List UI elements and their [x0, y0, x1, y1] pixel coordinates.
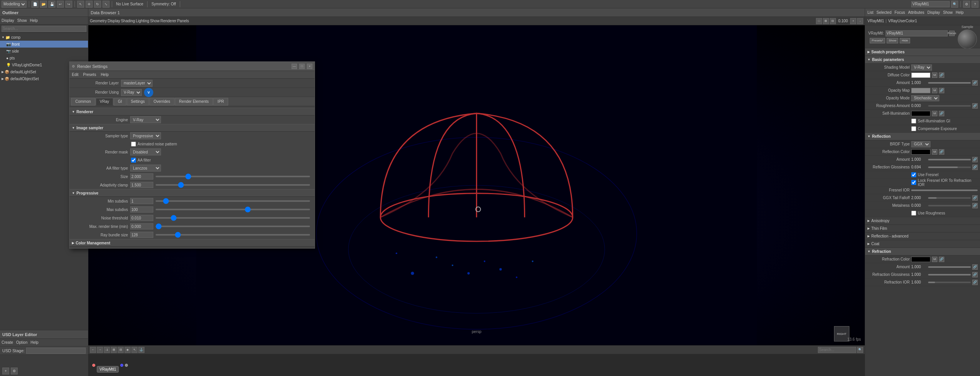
mode-selector[interactable]: Modelling	[2, 1, 27, 8]
refraction-glossiness-slider[interactable]	[928, 274, 971, 275]
refraction-color-map-btn[interactable]: M	[932, 257, 937, 262]
tab-vray[interactable]: VRay	[96, 98, 113, 106]
move-icon[interactable]: ✛	[86, 1, 93, 8]
progressive-section-header[interactable]: ▼ Progressive	[70, 189, 315, 197]
outline-item-pts[interactable]: ● pts	[0, 54, 88, 61]
compensate-exposure-check[interactable]	[911, 126, 916, 131]
reflection-amount-slider[interactable]	[928, 159, 971, 160]
undo-icon[interactable]: ↩	[57, 1, 64, 8]
dialog-minimize-btn[interactable]: —	[292, 64, 297, 69]
right-tab-focus[interactable]: Focus	[894, 10, 905, 15]
anisotropy-section[interactable]: ▶ Anisotropy	[865, 217, 980, 225]
max-render-time-input[interactable]	[130, 223, 153, 229]
engine-select[interactable]: V-Ray	[130, 116, 161, 123]
right-tab-attributes[interactable]: Attributes	[908, 10, 924, 15]
open-icon[interactable]: 📂	[40, 1, 47, 8]
reflection-glossiness-link-btn[interactable]: 🔗	[972, 165, 978, 170]
mat-focus-btn[interactable]: Focus	[949, 31, 955, 36]
save-icon[interactable]: 💾	[48, 1, 55, 8]
size-slider[interactable]	[156, 176, 310, 177]
size-input[interactable]	[130, 173, 153, 180]
right-tab-list[interactable]: List	[867, 10, 874, 15]
max-subdivs-input[interactable]	[130, 206, 153, 213]
tab-common[interactable]: Common	[71, 98, 95, 106]
usd-menu-help[interactable]: Help	[30, 340, 38, 345]
coat-section[interactable]: ▶ Coat	[865, 240, 980, 248]
max-subdivs-slider[interactable]	[156, 209, 310, 210]
render-using-select[interactable]: V-Ray	[121, 89, 142, 96]
vp-menu-geometry[interactable]: Geometry	[90, 19, 107, 23]
outline-item-front[interactable]: 📷 front	[0, 41, 88, 48]
ray-bundle-input[interactable]	[130, 232, 153, 238]
adaptivity-slider[interactable]	[156, 184, 310, 186]
opacity-map-swatch[interactable]	[911, 88, 930, 93]
vp-icon-2[interactable]: ⊞	[823, 18, 829, 24]
vp-menu-display[interactable]: Display	[108, 19, 120, 23]
use-fresnel-check[interactable]	[911, 172, 916, 177]
diffuse-amount-slider[interactable]	[928, 82, 971, 84]
reflection-color-map-btn[interactable]: M	[932, 149, 937, 155]
ray-bundle-slider[interactable]	[156, 234, 310, 236]
diffuse-color-swatch[interactable]	[911, 73, 930, 78]
ng-cursor-icon[interactable]: ↖	[131, 347, 138, 353]
sampler-type-select[interactable]: Progressive	[130, 132, 161, 139]
vp-menu-show[interactable]: Show	[150, 19, 159, 23]
self-illumination-map-btn[interactable]: M	[932, 111, 937, 116]
refraction-color-swatch[interactable]	[911, 257, 930, 262]
min-subdivs-input[interactable]	[130, 198, 153, 204]
animated-noise-check[interactable]	[131, 142, 136, 147]
self-illumination-gi-check[interactable]	[911, 119, 916, 124]
tab-settings[interactable]: Settings	[127, 98, 149, 106]
tab-overrides[interactable]: Overrides	[149, 98, 174, 106]
scale-icon[interactable]: ⤡	[103, 1, 109, 8]
redo-icon[interactable]: ↪	[65, 1, 72, 8]
outline-item-side[interactable]: 📷 side	[0, 48, 88, 54]
ng-move-icon[interactable]: ⊞	[111, 347, 117, 353]
outliner-menu-display[interactable]: Display	[2, 18, 14, 23]
ng-search-input[interactable]	[818, 347, 856, 353]
settings-icon[interactable]: ⚙	[963, 1, 970, 8]
outline-item-comp[interactable]: ▼ 📁 comp	[0, 34, 88, 41]
rd-menu-help[interactable]: Help	[101, 73, 109, 77]
refraction-glossiness-link-btn[interactable]: 🔗	[972, 272, 978, 277]
reflection-color-swatch[interactable]	[911, 149, 930, 155]
refraction-amount-slider[interactable]	[928, 266, 971, 268]
color-management-section-header[interactable]: ▶ Color Management	[70, 239, 315, 247]
brdf-type-select[interactable]: GGX	[911, 141, 930, 147]
usd-stage-input[interactable]	[26, 348, 86, 354]
vp-menu-lighting[interactable]: Lighting	[136, 19, 149, 23]
refraction-header[interactable]: ▼ Refraction	[865, 248, 980, 256]
rd-menu-edit[interactable]: Edit	[72, 73, 78, 77]
opacity-mode-select[interactable]: Stochastic	[911, 95, 939, 101]
self-illumination-swatch[interactable]	[911, 111, 930, 116]
right-tab-display[interactable]: Display	[927, 10, 940, 15]
diffuse-color-link-btn[interactable]: 🔗	[939, 73, 944, 78]
right-tab-help[interactable]: Help	[956, 10, 964, 15]
search-toolbar-icon[interactable]: 🔍	[951, 1, 958, 8]
ng-search-icon[interactable]: 🔍	[857, 347, 863, 353]
ng-snap-icon[interactable]: ◈	[124, 347, 131, 353]
node-conn-grey[interactable]	[125, 364, 128, 367]
refraction-color-link-btn[interactable]: 🔗	[939, 257, 944, 262]
vp-icon-1[interactable]: □	[816, 18, 822, 24]
basic-parameters-header[interactable]: ▼ Basic parameters	[865, 56, 980, 64]
refraction-ior-link-btn[interactable]: 🔗	[972, 280, 978, 285]
opacity-map-btn[interactable]: M	[932, 88, 937, 93]
presets-btn[interactable]: Presets*	[870, 38, 885, 43]
select-icon[interactable]: ↖	[77, 1, 84, 8]
usd-add-icon[interactable]: +	[2, 368, 9, 374]
aa-filter-check[interactable]	[131, 158, 136, 163]
fresnel-ior-slider[interactable]	[911, 190, 978, 191]
diffuse-amount-link-btn[interactable]: 🔗	[972, 80, 978, 86]
dialog-close-btn[interactable]: ×	[307, 64, 312, 69]
dialog-maximize-btn[interactable]: □	[299, 64, 305, 69]
use-roughness-check[interactable]	[911, 211, 916, 216]
vp-menu-renderer[interactable]: Renderer	[160, 19, 176, 23]
render-layer-select[interactable]: masterLayer	[121, 80, 153, 87]
noise-threshold-slider[interactable]	[156, 217, 310, 219]
self-illumination-link-btn[interactable]: 🔗	[939, 111, 944, 116]
vp-menu-shading[interactable]: Shading	[121, 19, 135, 23]
outliner-menu-show[interactable]: Show	[17, 18, 27, 23]
render-mask-select[interactable]: Disabled	[130, 148, 161, 155]
reflection-color-link-btn[interactable]: 🔗	[939, 149, 944, 155]
